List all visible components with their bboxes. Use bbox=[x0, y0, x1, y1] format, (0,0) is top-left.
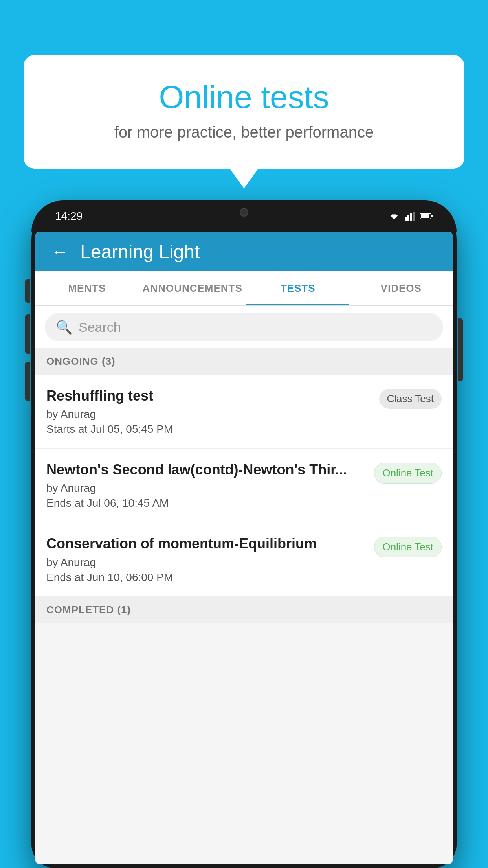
test-date: Ends at Jul 06, 10:45 AM bbox=[46, 497, 366, 509]
speech-bubble: Online tests for more practice, better p… bbox=[24, 55, 464, 169]
test-content: Conservation of momentum-Equilibrium by … bbox=[46, 535, 366, 583]
app-header: ← Learning Light bbox=[35, 232, 453, 271]
status-icons bbox=[388, 212, 433, 221]
svg-rect-3 bbox=[407, 215, 409, 221]
test-author: by Anurag bbox=[46, 556, 366, 569]
svg-rect-2 bbox=[405, 217, 407, 221]
test-item[interactable]: Newton's Second law(contd)-Newton's Thir… bbox=[35, 449, 453, 522]
phone-side-button-volume-up bbox=[25, 279, 30, 303]
speech-bubble-container: Online tests for more practice, better p… bbox=[24, 55, 464, 169]
phone-side-button-volume-down bbox=[25, 314, 30, 354]
test-badge-class-test: Class Test bbox=[379, 389, 442, 409]
test-item[interactable]: Reshuffling test by Anurag Starts at Jul… bbox=[35, 375, 453, 449]
phone-side-button-volume-down2 bbox=[25, 362, 30, 401]
test-title: Reshuffling test bbox=[46, 387, 371, 404]
phone-notch bbox=[209, 200, 279, 224]
svg-rect-8 bbox=[421, 214, 429, 218]
test-date: Ends at Jun 10, 06:00 PM bbox=[46, 571, 366, 584]
signal-icon bbox=[405, 212, 415, 221]
test-title: Newton's Second law(contd)-Newton's Thir… bbox=[46, 461, 366, 478]
search-icon: 🔍 bbox=[56, 319, 72, 335]
status-bar: 14:29 bbox=[31, 200, 457, 232]
tabs-container: MENTS ANNOUNCEMENTS TESTS VIDEOS bbox=[35, 271, 453, 306]
test-title: Conservation of momentum-Equilibrium bbox=[46, 535, 366, 552]
search-container: 🔍 Search bbox=[35, 306, 453, 348]
search-bar[interactable]: 🔍 Search bbox=[45, 313, 443, 341]
bubble-title: Online tests bbox=[55, 79, 433, 116]
test-badge-online-test-2: Online Test bbox=[374, 537, 442, 557]
tab-announcements[interactable]: ANNOUNCEMENTS bbox=[139, 271, 246, 305]
test-content: Reshuffling test by Anurag Starts at Jul… bbox=[46, 387, 371, 436]
phone-screen: ← Learning Light MENTS ANNOUNCEMENTS TES… bbox=[35, 232, 453, 864]
phone-camera bbox=[240, 208, 248, 217]
phone-side-button-power bbox=[458, 318, 463, 381]
svg-rect-5 bbox=[413, 212, 415, 221]
tab-ments[interactable]: MENTS bbox=[35, 271, 139, 305]
status-time: 14:29 bbox=[55, 210, 83, 223]
ongoing-section-header: ONGOING (3) bbox=[35, 348, 453, 375]
svg-rect-7 bbox=[431, 215, 433, 217]
bubble-subtitle: for more practice, better performance bbox=[55, 123, 433, 141]
test-content: Newton's Second law(contd)-Newton's Thir… bbox=[46, 461, 366, 509]
app-title: Learning Light bbox=[80, 241, 200, 263]
test-item[interactable]: Conservation of momentum-Equilibrium by … bbox=[35, 522, 453, 596]
test-list: Reshuffling test by Anurag Starts at Jul… bbox=[35, 375, 453, 597]
test-date: Starts at Jul 05, 05:45 PM bbox=[46, 423, 371, 436]
phone-frame: 14:29 bbox=[31, 200, 457, 868]
test-badge-online-test: Online Test bbox=[374, 463, 442, 484]
search-input[interactable]: Search bbox=[79, 320, 121, 335]
svg-rect-4 bbox=[410, 213, 412, 221]
completed-section-header: COMPLETED (1) bbox=[35, 597, 453, 623]
back-button[interactable]: ← bbox=[51, 242, 68, 261]
tab-tests[interactable]: TESTS bbox=[246, 271, 350, 305]
test-author: by Anurag bbox=[46, 482, 366, 495]
battery-icon bbox=[420, 213, 433, 220]
wifi-icon bbox=[388, 212, 400, 221]
tab-videos[interactable]: VIDEOS bbox=[349, 271, 453, 305]
test-author: by Anurag bbox=[46, 408, 371, 421]
